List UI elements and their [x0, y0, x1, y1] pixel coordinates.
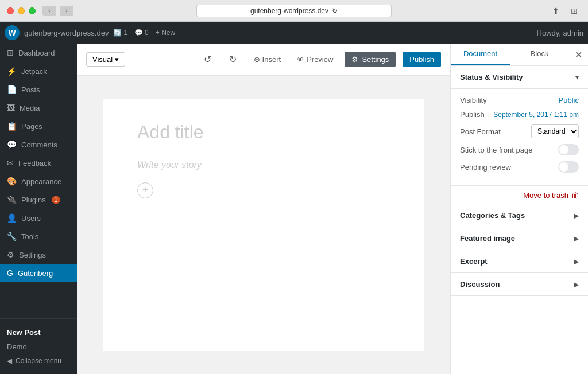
excerpt-toggle-icon: ▶ [574, 258, 579, 266]
updates-item[interactable]: 🔄 1 [113, 29, 127, 37]
new-post-label: New Post [0, 324, 77, 341]
excerpt-title: Excerpt [460, 257, 488, 266]
sidebar-item-label: Settings [19, 251, 46, 259]
panel-close-btn[interactable]: ✕ [569, 49, 588, 60]
sidebar-item-label: Gutenberg [18, 269, 53, 278]
redo-btn[interactable]: ↻ [224, 50, 242, 69]
featured-image-header[interactable]: Featured image ▶ [451, 227, 588, 250]
pending-label: Pending review [460, 163, 511, 172]
browser-nav: ‹ › [42, 6, 74, 16]
sidebar-item-users[interactable]: 👤 Users [0, 209, 77, 227]
categories-tags-header[interactable]: Categories & Tags ▶ [451, 204, 588, 227]
excerpt-header[interactable]: Excerpt ▶ [451, 250, 588, 273]
pending-toggle[interactable] [558, 161, 579, 173]
sidebar-item-jetpack[interactable]: ⚡ Jetpack [0, 62, 77, 80]
discussion-header[interactable]: Discussion ▶ [451, 273, 588, 296]
back-btn[interactable]: ‹ [42, 6, 56, 16]
new-label: + New [156, 29, 175, 37]
editor-toolbar: Visual ▾ ↺ ↻ ⊕ Insert 👁 Preview ⚙ Settin… [77, 44, 450, 76]
dashboard-icon: ⊞ [7, 48, 14, 57]
undo-btn[interactable]: ↺ [199, 50, 217, 69]
media-icon: 🖼 [7, 103, 15, 112]
dropdown-icon: ▾ [115, 55, 119, 64]
maximize-window-btn[interactable] [29, 7, 36, 14]
comments-count: 0 [145, 29, 149, 37]
sidebar-item-label: Pages [21, 122, 42, 131]
new-tab-btn[interactable]: ⊞ [567, 6, 581, 16]
sidebar-item-label: Jetpack [21, 67, 47, 76]
forward-btn[interactable]: › [60, 6, 74, 16]
visual-label: Visual [92, 55, 113, 64]
stick-label: Stick to the front page [460, 146, 532, 154]
sidebar-item-dashboard[interactable]: ⊞ Dashboard [0, 44, 77, 62]
wp-logo[interactable]: W [5, 25, 20, 40]
sidebar-item-gutenberg[interactable]: G Gutenberg [0, 264, 77, 282]
address-bar[interactable]: gutenberg-wordpress.dev ↻ [196, 5, 392, 17]
appearance-icon: 🎨 [7, 177, 17, 186]
publish-btn[interactable]: Publish [403, 52, 441, 67]
status-visibility-title: Status & Visibility [460, 73, 523, 81]
sidebar-item-posts[interactable]: 📄 Posts [0, 80, 77, 99]
status-visibility-body: Visibility Public Publish September 5, 2… [451, 89, 588, 186]
featured-image-title: Featured image [460, 234, 515, 243]
preview-btn[interactable]: 👁 Preview [292, 53, 338, 66]
sidebar-item-appearance[interactable]: 🎨 Appearance [0, 172, 77, 190]
collapse-icon: ◀ [7, 357, 12, 365]
sidebar-item-label: Comments [21, 141, 57, 149]
settings-btn[interactable]: ⚙ Settings [345, 52, 396, 67]
sidebar-item-plugins[interactable]: 🔌 Plugins 1 [0, 190, 77, 209]
editor-canvas: Add title Write your story + [103, 99, 424, 351]
pending-row: Pending review [460, 161, 579, 173]
mac-window-controls [7, 7, 36, 14]
wp-admin-toolbar: W gutenberg-wordpress.dev 🔄 1 💬 0 + New … [0, 22, 588, 44]
insert-btn[interactable]: ⊕ Insert [249, 53, 286, 66]
sidebar-item-media[interactable]: 🖼 Media [0, 99, 77, 117]
sidebar-item-label: Users [21, 214, 41, 223]
editor-content: Add title Write your story + [77, 76, 450, 374]
publish-label: Publish [460, 110, 485, 119]
post-format-select[interactable]: Standard Aside Image Video Quote Link [531, 124, 579, 138]
stick-toggle[interactable] [558, 144, 579, 155]
text-cursor [204, 161, 204, 171]
sidebar-item-label: Plugins [21, 196, 46, 204]
wp-site-link[interactable]: gutenberg-wordpress.dev [24, 29, 109, 37]
visual-mode-btn[interactable]: Visual ▾ [86, 52, 125, 67]
sidebar-item-pages[interactable]: 📋 Pages [0, 117, 77, 135]
visibility-row: Visibility Public [460, 96, 579, 104]
sidebar-item-settings[interactable]: ⚙ Settings [0, 246, 77, 264]
comments-item[interactable]: 💬 0 [134, 29, 149, 37]
collapse-menu-btn[interactable]: ◀ Collapse menu [0, 352, 77, 369]
categories-tags-toggle-icon: ▶ [574, 212, 579, 220]
story-placeholder: Write your story [137, 160, 202, 170]
settings-label: Settings [362, 55, 389, 64]
stick-row: Stick to the front page [460, 144, 579, 155]
new-item[interactable]: + New [156, 29, 175, 37]
share-btn[interactable]: ⬆ [549, 6, 563, 16]
demo-label[interactable]: Demo [0, 341, 77, 352]
status-visibility-header[interactable]: Status & Visibility ▾ [451, 66, 588, 89]
insert-label: Insert [262, 55, 281, 64]
tab-document[interactable]: Document [451, 44, 510, 65]
move-to-trash-link[interactable]: Move to trash [523, 191, 568, 200]
post-title-input[interactable]: Add title [137, 122, 390, 143]
editor-area: Visual ▾ ↺ ↻ ⊕ Insert 👁 Preview ⚙ Settin… [77, 44, 450, 374]
mac-titlebar: ‹ › gutenberg-wordpress.dev ↻ ⬆ ⊞ [0, 0, 588, 22]
close-window-btn[interactable] [7, 7, 14, 14]
visibility-value[interactable]: Public [559, 96, 579, 104]
add-block-btn[interactable]: + [137, 182, 153, 198]
sidebar-bottom: New Post Demo ◀ Collapse menu [0, 318, 77, 374]
main-layout: ⊞ Dashboard ⚡ Jetpack 📄 Posts 🖼 Media 📋 … [0, 44, 588, 374]
post-body-input[interactable]: Write your story [137, 160, 390, 171]
move-to-trash-row: Move to trash 🗑 [451, 186, 588, 204]
sidebar-item-label: Dashboard [18, 49, 55, 57]
sidebar-item-tools[interactable]: 🔧 Tools [0, 227, 77, 246]
tab-document-label: Document [463, 49, 497, 58]
publish-date-value[interactable]: September 5, 2017 1:11 pm [493, 111, 579, 119]
sidebar-item-comments[interactable]: 💬 Comments [0, 135, 77, 154]
eye-icon: 👁 [297, 55, 304, 64]
site-url: gutenberg-wordpress.dev [250, 7, 328, 15]
minimize-window-btn[interactable] [18, 7, 25, 14]
sidebar-item-feedback[interactable]: ✉ Feedback [0, 154, 77, 172]
title-placeholder: Add title [137, 122, 204, 142]
tab-block[interactable]: Block [510, 44, 569, 65]
